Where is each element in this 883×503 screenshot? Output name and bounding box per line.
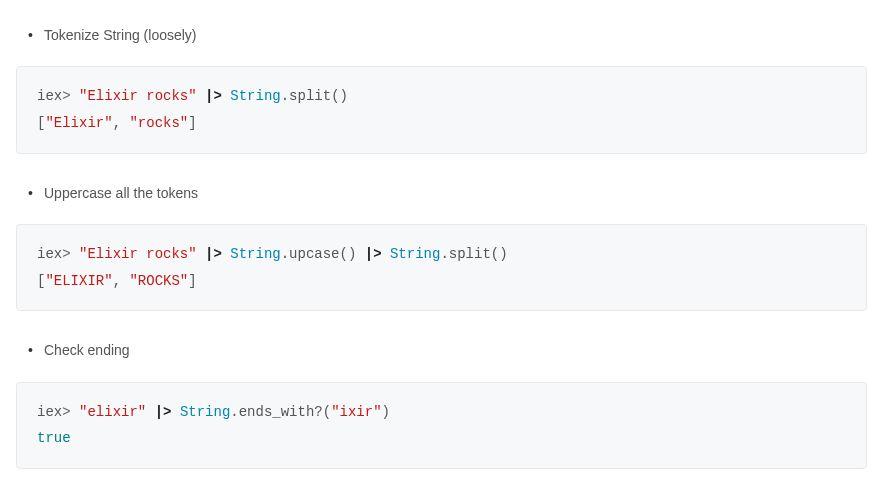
bullet-list: Check ending [16,339,867,361]
string-literal: "ixir" [331,404,381,420]
code-line: iex> "Elixir rocks" |> String.upcase() |… [37,241,846,268]
pipe-operator: |> [365,246,382,262]
bullet-item: Check ending [44,339,867,361]
space [197,246,205,262]
method-name: split [449,246,491,262]
pipe-operator: |> [155,404,172,420]
space [197,88,205,104]
prompt-gt: > [62,88,79,104]
pipe-operator: |> [205,88,222,104]
pipe-operator: |> [205,246,222,262]
string-literal: "ROCKS" [129,273,188,289]
prompt-text: iex [37,246,62,262]
code-block: iex> "Elixir rocks" |> String.split() ["… [16,66,867,153]
code-block: iex> "elixir" |> String.ends_with?("ixir… [16,382,867,469]
code-line: ["ELIXIR", "ROCKS"] [37,268,846,295]
code-line: true [37,425,846,452]
prompt-gt: > [62,404,79,420]
prompt-gt: > [62,246,79,262]
space [356,246,364,262]
method-name: upcase [289,246,339,262]
code-line: iex> "elixir" |> String.ends_with?("ixir… [37,399,846,426]
space [382,246,390,262]
parens: () [340,246,357,262]
string-literal: "elixir" [79,404,146,420]
code-line: ["Elixir", "rocks"] [37,110,846,137]
space [171,404,179,420]
dot: . [230,404,238,420]
bullet-item: Uppercase all the tokens [44,182,867,204]
code-line: iex> "Elixir rocks" |> String.split() [37,83,846,110]
bullet-list: Uppercase all the tokens [16,182,867,204]
module-name: String [390,246,440,262]
bullet-item: Tokenize String (loosely) [44,24,867,46]
module-name: String [230,246,280,262]
prompt-text: iex [37,88,62,104]
module-name: String [230,88,280,104]
module-name: String [180,404,230,420]
space [146,404,154,420]
dot: . [281,246,289,262]
dot: . [281,88,289,104]
paren: ) [382,404,390,420]
method-name: ends_with? [239,404,323,420]
string-literal: "ELIXIR" [45,273,112,289]
bracket: ] [188,273,196,289]
code-block: iex> "Elixir rocks" |> String.upcase() |… [16,224,867,311]
method-name: split [289,88,331,104]
prompt-text: iex [37,404,62,420]
boolean-literal: true [37,430,71,446]
parens: () [491,246,508,262]
paren: ( [323,404,331,420]
parens: () [331,88,348,104]
string-literal: "rocks" [129,115,188,131]
string-literal: "Elixir" [45,115,112,131]
comma: , [113,115,130,131]
comma: , [113,273,130,289]
string-literal: "Elixir rocks" [79,88,197,104]
dot: . [440,246,448,262]
bracket: ] [188,115,196,131]
bullet-list: Tokenize String (loosely) [16,24,867,46]
string-literal: "Elixir rocks" [79,246,197,262]
